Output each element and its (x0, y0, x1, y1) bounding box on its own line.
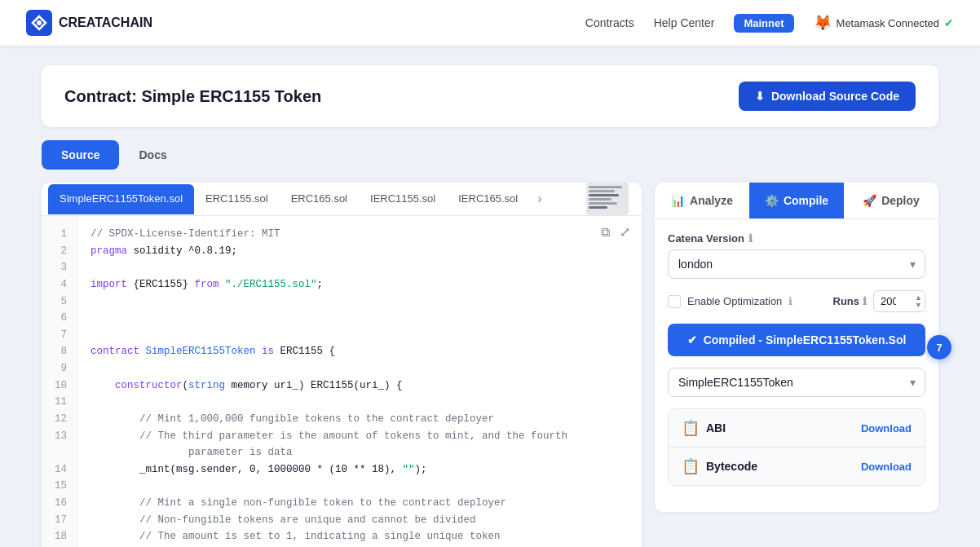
compile-button[interactable]: ✔ Compiled - SimpleERC1155Token.Sol (668, 324, 925, 356)
runs-group: Runs ℹ ▲ ▼ (833, 290, 926, 312)
action-tab-analyze[interactable]: 📊 Analyze (655, 183, 749, 218)
runs-info-icon: ℹ (863, 295, 867, 307)
catena-version-select-wrapper: london berlin istanbul byzantium ▾ (668, 249, 925, 279)
optimization-row: Enable Optimization ℹ Runs ℹ ▲ ▼ (668, 290, 925, 312)
abi-label: 📋 ABI (682, 419, 726, 437)
runs-label: Runs ℹ (833, 295, 867, 307)
catena-version-label: Catena Version ℹ (668, 232, 925, 245)
header-nav: Contracts Help Center Mainnet 🦊 Metamask… (585, 14, 954, 33)
artifacts-box: 📋 ABI Download 📋 Bytecode Download (668, 408, 925, 486)
file-tab-ierc165[interactable]: IERC165.sol (447, 184, 529, 214)
contract-header: Contract: Simple ERC1155 Token ⬇ Downloa… (42, 65, 938, 127)
optimization-info-icon: ℹ (788, 295, 792, 307)
contract-title: Contract: Simple ERC1155 Token (64, 87, 321, 106)
file-tabs: SimpleERC1155Token.sol ERC1155.sol ERC16… (42, 183, 642, 216)
metamask-info: 🦊 Metamask Connected ✔ (814, 14, 954, 32)
enable-optimization-label[interactable]: Enable Optimization ℹ (668, 295, 792, 308)
logo: CREATACHAIN (26, 10, 152, 36)
runs-input-wrapper: ▲ ▼ (873, 290, 925, 312)
nav-contracts[interactable]: Contracts (585, 16, 634, 29)
header: CREATACHAIN Contracts Help Center Mainne… (0, 0, 980, 46)
file-tab-erc165[interactable]: ERC165.sol (280, 184, 359, 214)
code-toolbar: ⧉ ⤢ (599, 223, 632, 241)
compile-icon: ⚙️ (765, 194, 779, 207)
runs-down-button[interactable]: ▼ (915, 302, 922, 309)
code-thumbnail (586, 183, 629, 215)
deploy-label: Deploy (881, 194, 920, 207)
download-icon: ⬇ (755, 90, 765, 103)
logo-text: CREATACHAIN (59, 15, 152, 30)
code-panel: SimpleERC1155Token.sol ERC1155.sol ERC16… (42, 183, 642, 547)
action-tab-compile[interactable]: ⚙️ Compile (749, 183, 844, 218)
tab-source[interactable]: Source (42, 140, 119, 170)
logo-icon (26, 10, 52, 36)
compile-btn-label: Compiled - SimpleERC1155Token.Sol (704, 333, 907, 346)
bytecode-icon: 📋 (682, 457, 700, 475)
analyze-label: Analyze (690, 194, 733, 207)
abi-icon: 📋 (682, 419, 700, 437)
line-numbers: 12345 678910 111213 _ 1415161718 1920212… (42, 216, 77, 547)
compile-label: Compile (784, 194, 828, 207)
line-numbers-code: 12345 678910 111213 _ 1415161718 1920212… (42, 216, 642, 547)
runs-spinners: ▲ ▼ (915, 294, 922, 309)
download-label: Download Source Code (771, 90, 899, 103)
metamask-check-icon: ✔ (944, 16, 954, 29)
main-tabs: Source Docs (42, 140, 938, 170)
contract-select-wrapper: SimpleERC1155Token ▾ (668, 368, 925, 397)
analyze-icon: 📊 (671, 194, 685, 207)
tab-docs[interactable]: Docs (119, 140, 186, 170)
file-tab-ierc1155[interactable]: IERC1155.sol (359, 184, 447, 214)
action-tab-deploy[interactable]: 🚀 Deploy (844, 183, 938, 218)
metamask-fox-icon: 🦊 (814, 14, 832, 32)
catena-version-select[interactable]: london berlin istanbul byzantium (668, 249, 925, 279)
file-tab-erc1155[interactable]: ERC1155.sol (194, 184, 280, 214)
mainnet-badge[interactable]: Mainnet (734, 14, 793, 33)
enable-optimization-text: Enable Optimization (687, 295, 782, 307)
right-panel: 📊 Analyze ⚙️ Compile 🚀 Deploy Catena Ver… (655, 183, 938, 512)
metamask-label: Metamask Connected (837, 17, 939, 29)
main-content: SimpleERC1155Token.sol ERC1155.sol ERC16… (42, 183, 938, 547)
page-wrapper: Contract: Simple ERC1155 Token ⬇ Downloa… (25, 46, 955, 547)
deploy-icon: 🚀 (863, 194, 876, 207)
floating-badge: 7 (927, 335, 951, 360)
file-tabs-more-icon[interactable]: › (532, 185, 546, 213)
enable-optimization-checkbox[interactable] (668, 295, 681, 308)
contract-select[interactable]: SimpleERC1155Token (668, 368, 925, 397)
copy-code-button[interactable]: ⧉ (599, 223, 611, 241)
action-tabs: 📊 Analyze ⚙️ Compile 🚀 Deploy (655, 183, 938, 219)
right-panel-body: Catena Version ℹ london berlin istanbul … (655, 219, 938, 499)
bytecode-label: 📋 Bytecode (682, 457, 757, 475)
code-area: ⧉ ⤢ 12345 678910 111213 _ 1415161718 192… (42, 216, 642, 547)
abi-download-button[interactable]: Download (861, 422, 912, 435)
file-tab-simpleerc1155token[interactable]: SimpleERC1155Token.sol (48, 184, 194, 214)
code-content: // SPDX-License-Identifier: MIT pragma s… (77, 216, 642, 547)
download-source-button[interactable]: ⬇ Download Source Code (739, 82, 916, 111)
abi-row: 📋 ABI Download (669, 409, 925, 447)
bytecode-download-button[interactable]: Download (861, 461, 912, 473)
bytecode-row: 📋 Bytecode Download (669, 447, 925, 485)
catena-info-icon: ℹ (748, 232, 753, 245)
nav-help-center[interactable]: Help Center (654, 16, 715, 29)
svg-point-1 (37, 20, 42, 25)
fullscreen-code-button[interactable]: ⤢ (618, 223, 632, 241)
compile-check-icon: ✔ (687, 333, 697, 346)
